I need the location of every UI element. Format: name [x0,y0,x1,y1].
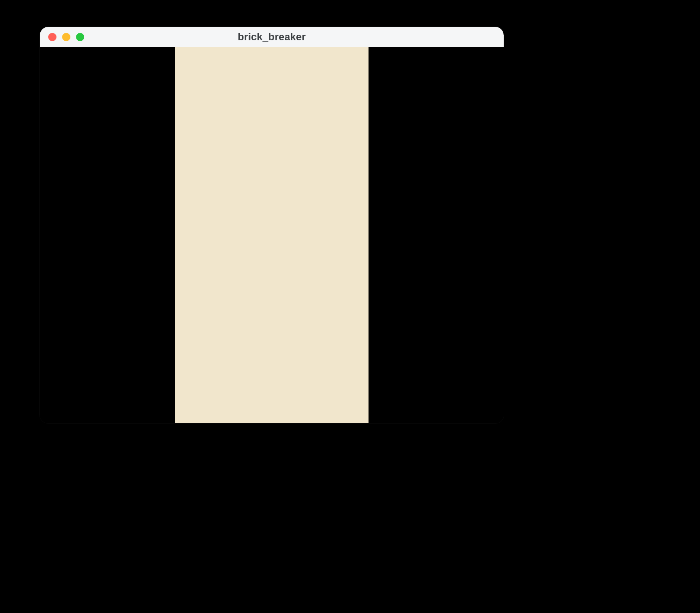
titlebar[interactable]: brick_breaker [40,27,504,47]
game-canvas[interactable] [175,47,369,423]
fullscreen-icon[interactable] [76,33,84,41]
window-title: brick_breaker [40,31,504,43]
close-icon[interactable] [48,33,56,41]
traffic-lights [48,33,84,41]
minimize-icon[interactable] [62,33,70,41]
app-window: brick_breaker [40,27,504,423]
window-content [40,47,504,423]
